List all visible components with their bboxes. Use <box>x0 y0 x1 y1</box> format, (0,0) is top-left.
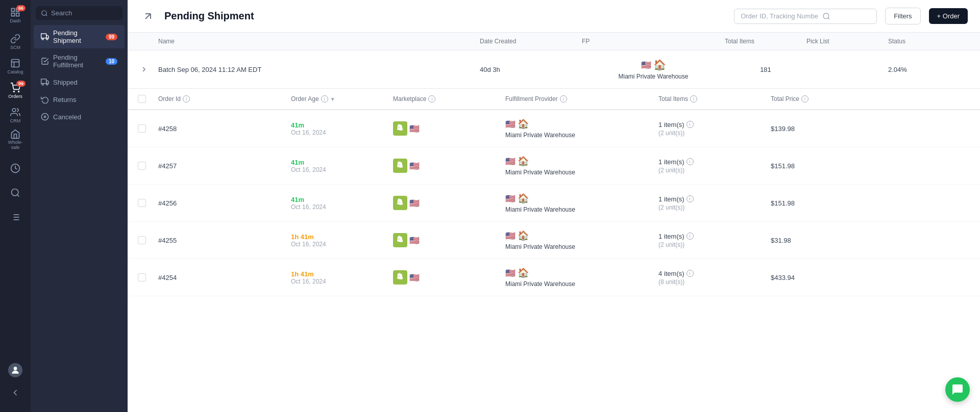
sidebar-item-dash[interactable]: 66 Dash <box>4 4 27 27</box>
svg-point-29 <box>46 84 48 85</box>
table-row: #4254 1h 41m Oct 16, 2024 🇺🇸 🇺🇸 🏠 Miami … <box>128 259 980 296</box>
sidebar-item-pending-fulfillment[interactable]: Pending Fulfillment 10 <box>34 49 125 73</box>
batch-col-pick-list: Pick List <box>806 38 888 45</box>
main-content: Pending Shipment Order ID, Tracking Numb… <box>128 0 980 412</box>
batch-expand-button[interactable] <box>138 63 150 75</box>
row-checkbox-#4255[interactable] <box>138 236 146 244</box>
nav-panel: Search Pending Shipment 99 Pending Fulfi… <box>31 0 128 412</box>
price-#4258: $139.98 <box>771 125 863 133</box>
marketplace-flag: 🇺🇸 <box>409 273 420 282</box>
svg-point-19 <box>14 367 17 370</box>
sidebar-label-orders: Orders <box>8 94 22 99</box>
svg-line-12 <box>17 195 19 197</box>
svg-rect-26 <box>41 79 46 84</box>
header-icon <box>140 8 156 24</box>
fp-warehouse-icon: 🏠 <box>518 156 529 167</box>
sidebar-item-pending-shipment[interactable]: Pending Shipment 99 <box>34 25 125 48</box>
chat-button[interactable] <box>945 377 970 402</box>
order-search-input[interactable]: Order ID, Tracking Numbe <box>734 9 877 24</box>
order-age-sort-icon[interactable]: ▼ <box>330 96 335 102</box>
fp-flag: 🇺🇸 <box>505 268 516 278</box>
orders-badge: 99 <box>16 81 26 87</box>
svg-point-8 <box>18 91 19 92</box>
notifications-badge: 66 <box>16 5 26 11</box>
items-count: 4 item(s) i <box>658 270 771 277</box>
row-checkbox-#4254[interactable] <box>138 273 146 281</box>
row-checkbox-#4257[interactable] <box>138 162 146 170</box>
order-id-info-icon: i <box>183 95 190 102</box>
fp-icons: 🇺🇸 🏠 <box>505 193 529 204</box>
sidebar-item-canceled[interactable]: Canceled <box>34 109 125 125</box>
nav-search[interactable]: Search <box>36 6 122 20</box>
sidebar-item-scm[interactable]: SCM <box>4 31 27 53</box>
select-all-checkbox[interactable] <box>138 95 146 103</box>
sidebar-item-search[interactable] <box>4 182 27 204</box>
sidebar-item-analytics[interactable] <box>4 157 27 179</box>
fp-flag: 🇺🇸 <box>505 157 516 166</box>
col-label-total-items: Total Items <box>658 95 688 102</box>
svg-marker-27 <box>46 81 49 83</box>
sidebar-item-crm[interactable]: CRM <box>4 104 27 126</box>
fp-provider-#4258: 🇺🇸 🏠 Miami Private Warehouse <box>505 118 658 139</box>
price-#4256: $151.98 <box>771 199 863 207</box>
fp-warehouse-icon: 🏠 <box>518 193 529 204</box>
batch-fp-icons: 🇺🇸 🏠 <box>641 59 666 71</box>
orders-col-age: Order Age i ▼ <box>291 95 393 103</box>
main-header: Pending Shipment Order ID, Tracking Numb… <box>128 0 980 33</box>
items-#4258: 1 item(s) i (2 unit(s)) <box>658 121 771 137</box>
batch-fp: 🇺🇸 🏠 Miami Private Warehouse <box>582 59 725 80</box>
order-age-#4258: 41m Oct 16, 2024 <box>291 121 393 136</box>
orders-col-fp: Fulfillment Provider i <box>505 95 658 103</box>
batch-col-status: Status <box>888 38 970 45</box>
row-checkbox-#4256[interactable] <box>138 199 146 207</box>
items-info-icon: i <box>687 121 694 128</box>
items-count: 1 item(s) i <box>658 158 771 166</box>
filters-button[interactable]: Filters <box>885 8 920 24</box>
row-checkbox-cell <box>138 199 158 207</box>
sidebar-item-orders[interactable]: 99 Orders <box>4 80 27 102</box>
fp-flag: 🇺🇸 <box>505 119 516 129</box>
fp-provider-#4257: 🇺🇸 🏠 Miami Private Warehouse <box>505 156 658 176</box>
fp-icons: 🇺🇸 🏠 <box>505 230 529 241</box>
svg-marker-23 <box>46 35 49 38</box>
items-count: 1 item(s) i <box>658 121 771 128</box>
sidebar-label-scm: SCM <box>10 45 20 50</box>
batch-fp-name: Miami Private Warehouse <box>619 73 689 80</box>
order-age-#4255: 1h 41m Oct 16, 2024 <box>291 233 393 248</box>
batch-col-date: Date Created <box>480 38 582 45</box>
col-label-order-id: Order Id <box>158 95 181 102</box>
items-info-icon: i <box>687 195 694 202</box>
fp-name: Miami Private Warehouse <box>505 243 575 250</box>
row-checkbox-#4258[interactable] <box>138 124 146 133</box>
sidebar: 66 Dash SCM Catalog 99 Orders CRM Whole-… <box>0 0 31 412</box>
sidebar-item-returns[interactable]: Returns <box>34 91 125 108</box>
batch-col-name: Name <box>158 38 480 45</box>
sidebar-item-shipped[interactable]: Shipped <box>34 74 125 90</box>
order-id-#4254: #4254 <box>158 274 291 281</box>
total-items-info-icon: i <box>690 95 697 102</box>
sidebar-collapse[interactable] <box>4 381 27 404</box>
nav-label-returns: Returns <box>53 96 77 104</box>
fp-flag: 🇺🇸 <box>505 194 516 203</box>
sidebar-item-wholesale[interactable]: Whole-sale <box>4 128 27 151</box>
orders-column-headers: Order Id i Order Age i ▼ Marketplace i F… <box>128 89 980 110</box>
sidebar-item-reports[interactable] <box>4 206 27 228</box>
sidebar-item-catalog[interactable]: Catalog <box>4 55 27 78</box>
col-label-fp: Fulfillment Provider <box>505 95 558 102</box>
col-label-total-price: Total Price <box>771 95 799 102</box>
orders-col-id: Order Id i <box>158 95 291 103</box>
row-checkbox-cell <box>138 124 158 133</box>
price-#4257: $151.98 <box>771 162 863 170</box>
items-#4254: 4 item(s) i (8 unit(s)) <box>658 270 771 286</box>
marketplace-flag: 🇺🇸 <box>409 124 420 134</box>
add-order-button[interactable]: + Order <box>929 8 968 24</box>
svg-point-7 <box>14 91 15 92</box>
marketplace-#4254: 🇺🇸 <box>393 270 505 285</box>
orders-table-body: #4258 41m Oct 16, 2024 🇺🇸 🇺🇸 🏠 Miami Pri… <box>128 110 980 296</box>
sidebar-avatar[interactable] <box>4 359 27 381</box>
fp-name: Miami Private Warehouse <box>505 280 575 288</box>
batch-col-fp: FP <box>582 38 725 45</box>
svg-line-34 <box>828 18 829 19</box>
batch-fp-flag: 🇺🇸 <box>641 60 651 70</box>
batch-fp-warehouse-icon: 🏠 <box>653 59 666 71</box>
